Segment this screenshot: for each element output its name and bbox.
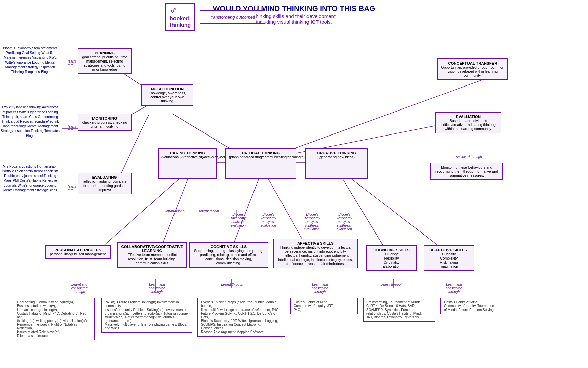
- evaluation-right-box: EVALUATION Based on an individuals criti…: [435, 112, 501, 133]
- bottom-affective-right-box: Costa's Habits of Mind, Community of Inq…: [440, 298, 506, 314]
- page-container: ♂ hooked thinking transforming outcomes …: [0, 0, 588, 368]
- left-text-mid-bot: Mrs Potter's questions Human graph Portf…: [1, 164, 60, 193]
- critical-thinking-box: CRITICAL THINKING (planning/forecasting/…: [225, 148, 296, 179]
- bottom-personal-box: Goal setting, Community of Inquiry(n), B…: [14, 298, 95, 340]
- interpersonal-label: Interpersonal: [199, 209, 219, 213]
- collaborative-box: COLLABORATIVE/COOPERATIVE LEARNING Effec…: [117, 242, 187, 268]
- personal-attributes-box: PERSONAL ATTRIBUTES personal integrity, …: [45, 245, 111, 259]
- bottom-cognitive-mid-box: Hyerle's Thinking Maps (circle,tree, bub…: [197, 298, 285, 337]
- cognitive-skills-mid-box: COGNITIVE SKILLS Sequencing, sorting, cl…: [189, 242, 268, 268]
- blooms-1-label: BloomsTaxonomyanalysis,evaluation: [224, 213, 251, 227]
- svg-line-6: [172, 114, 236, 152]
- header: ♂ hooked thinking transforming outcomes …: [0, 0, 588, 27]
- cognitive-skills-right-box: COGNITIVE SKILLS Fluency Flexibility Ori…: [366, 245, 417, 271]
- main-title: WOULD YOU MIND THINKING INTO THIS BAG: [7, 4, 581, 13]
- caring-thinking-box: CARING THINKING (valuational(v)/affectiv…: [158, 148, 217, 179]
- blooms-3-label: Bloom'sTaxonomyanalysis,synthesis,evalua…: [299, 213, 326, 231]
- learnt-considered-1: Learnt andconsideredthrough: [59, 283, 100, 294]
- svg-line-17: [348, 176, 449, 254]
- blooms-4-label: Bloom'sTaxonomyanalysis,synthesis,evalua…: [331, 213, 358, 231]
- evaluating-box: EVALUATING reflection, judging, compare …: [78, 173, 132, 194]
- achieved-through-label: Achieved through: [456, 155, 482, 159]
- creative-thinking-box: CREATIVE THINKING (generating new ideas): [305, 148, 368, 179]
- bottom-collaborative-box: P4C(n), Future Problem solving(n) Involv…: [101, 298, 192, 333]
- bottom-cognitive-right-box: Brainstorming, Tournament of Minds, CoRT…: [363, 298, 435, 322]
- monitoring-right-box: Monitoring these behaviours and recognis…: [430, 163, 503, 180]
- logo-tagline: transforming outcomes: [210, 15, 255, 20]
- affective-skills-right-box: AFFECTIVE SKILLS Curiosity Complexity Ri…: [424, 245, 474, 271]
- logo-icon: ♂: [170, 6, 177, 15]
- learnt-through-bot1: Learnt through: [215, 283, 249, 286]
- affective-skills-mid-box: AFFECTIVE SKILLS Thinking independently …: [273, 239, 358, 268]
- learnt-considered-3: Learnt andconsideredthrough: [300, 283, 340, 294]
- blooms-2-label: Bloom'sTaxonomyanalysis,evaluation: [255, 213, 282, 227]
- left-text-mid-top: Explicitly labelling thinking Awareness …: [1, 105, 60, 138]
- left-text-top: Bloom's Taxonomy Stem statements Predict…: [1, 46, 60, 74]
- learnt-through-bot2: Learnt through: [375, 283, 408, 286]
- learnt-considered-4: Learnt andconsideredthrough: [434, 283, 474, 294]
- metacognition-box: METACOGNITION Knowledge, awareness, cont…: [141, 84, 193, 106]
- bottom-affective-mid-box: Costa's Habits of Mind, Community of Inq…: [290, 298, 358, 314]
- logo-box: ♂ hooked thinking: [165, 3, 195, 31]
- logo-text: hooked thinking: [170, 15, 191, 28]
- learnt-considered-2: Learnt andconsideredthrough: [137, 283, 177, 294]
- intrapersonal-label: Intrapersonal: [165, 209, 185, 213]
- planning-box: PLANNING goal setting, prioritising, tim…: [78, 48, 132, 74]
- monitoring-box: MONITORING checking progress, checking c…: [78, 114, 132, 131]
- sub-title: Thinking skills and their developmentinc…: [7, 13, 581, 25]
- mindmap: Bloom's Taxonomy Stem statements Predict…: [0, 27, 588, 368]
- conceptual-transfer-box: CONCEPTUAL TRANSFER Opportunities provid…: [437, 58, 508, 80]
